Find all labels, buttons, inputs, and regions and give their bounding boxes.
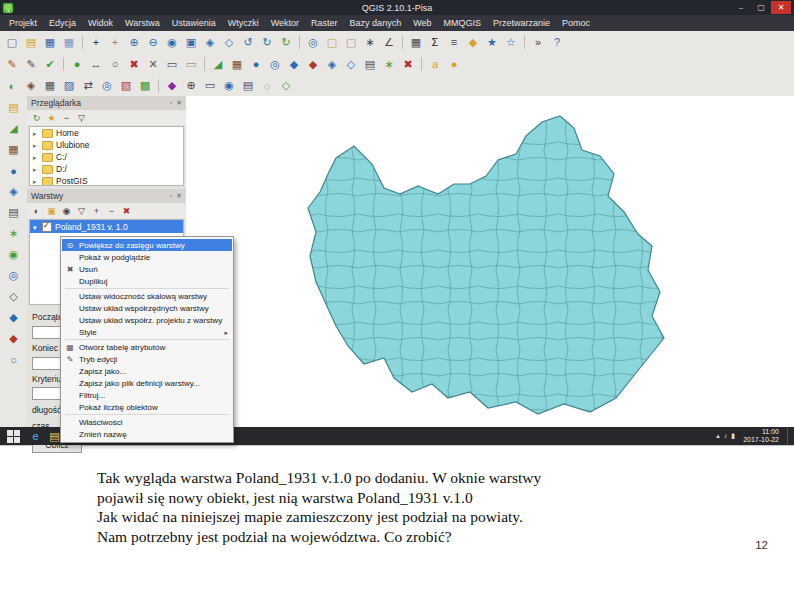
expand-arrow-icon[interactable] [33, 152, 39, 162]
add-favourite-icon[interactable]: ★ [45, 111, 58, 124]
add-mssql-layer-icon[interactable]: ◆ [285, 55, 303, 73]
road-graph-icon[interactable]: ⇄ [79, 77, 97, 95]
refresh-browser-icon[interactable]: ↻ [30, 111, 43, 124]
zonal-statistics-icon[interactable]: ▩ [136, 77, 154, 95]
new-shapefile-icon[interactable]: ∗ [380, 55, 398, 73]
map-canvas[interactable] [186, 96, 794, 427]
remove-layer-icon[interactable]: ✖ [399, 55, 417, 73]
zoom-actual-icon[interactable]: ◉ [163, 33, 181, 51]
move-feature-icon[interactable]: ↔ [87, 55, 105, 73]
pan-to-selection-icon[interactable]: + [106, 33, 124, 51]
add-postgis-layer-icon[interactable]: ● [247, 55, 265, 73]
node-tool-icon[interactable]: ○ [106, 55, 124, 73]
expand-arrow-icon[interactable] [33, 140, 39, 150]
expand-arrow-icon[interactable] [33, 222, 39, 232]
statistics-icon[interactable]: ≡ [445, 33, 463, 51]
new-layer-icon[interactable]: ∗ [4, 225, 24, 242]
dock-float-icon[interactable]: ▫ [170, 192, 172, 200]
virtual-layer-icon[interactable]: ◇ [4, 288, 24, 305]
context-menu-item-duplicate[interactable]: Duplikuj [62, 275, 232, 287]
add-wms-icon[interactable]: ◈ [4, 183, 24, 200]
refresh-map-icon[interactable]: ↻ [277, 33, 295, 51]
add-delimited-text-icon[interactable]: ▤ [361, 55, 379, 73]
gps-icon[interactable]: ◎ [4, 267, 24, 284]
browser-item[interactable]: D:/ [30, 163, 183, 175]
menu-item[interactable]: Ustawienia [166, 15, 222, 31]
context-menu-item-toggle-editing[interactable]: ✎ Tryb edycji [62, 353, 232, 365]
menu-item[interactable]: Bazy danych [344, 15, 408, 31]
raster-calculator-icon[interactable]: ▦ [41, 77, 59, 95]
taskbar-clock[interactable]: 11:00 2017-10-22 [739, 428, 783, 445]
add-database-icon[interactable]: ● [4, 162, 24, 179]
dxf-export-icon[interactable]: ▭ [201, 77, 219, 95]
filter-legend-icon[interactable]: ▽ [75, 204, 88, 217]
oracle-icon[interactable]: ◆ [4, 330, 24, 347]
remove-layer-group-icon[interactable]: ✖ [120, 204, 133, 217]
zoom-to-layer-icon[interactable]: ◇ [220, 33, 238, 51]
context-menu-item-set-project-crs[interactable]: Ustaw układ współrz. projektu z warstwy [62, 314, 232, 326]
browser-item[interactable]: Ulubione [30, 139, 183, 151]
bookmarks-icon[interactable]: ★ [483, 33, 501, 51]
network-icon[interactable]: ▮ [731, 432, 735, 440]
context-menu-item-zoom-to-layer[interactable]: ⊙ Powiększ do zasięgu warstwy [62, 239, 232, 251]
filter-browser-icon[interactable]: ▽ [75, 111, 88, 124]
georeferencer-icon[interactable]: ◈ [22, 77, 40, 95]
manage-visibility-icon[interactable]: ◉ [60, 204, 73, 217]
context-menu-item-save-as[interactable]: Zapisz jako... [62, 365, 232, 377]
map-tips-icon[interactable]: ◆ [464, 33, 482, 51]
add-group-icon[interactable]: ▣ [45, 204, 58, 217]
add-vector-icon[interactable]: ◢ [4, 120, 24, 137]
open-layer-styling-icon[interactable]: ◐ [30, 204, 43, 217]
add-feature-icon[interactable]: ● [68, 55, 86, 73]
save-project-as-icon[interactable]: ▦ [60, 33, 78, 51]
save-project-icon[interactable]: ▦ [41, 33, 59, 51]
menu-item[interactable]: Pomoc [556, 15, 596, 31]
menu-item[interactable]: Wtyczki [222, 15, 265, 31]
zoom-full-icon[interactable]: ▣ [182, 33, 200, 51]
context-menu-item-rename[interactable]: Zmień nazwę [62, 428, 232, 440]
expand-all-icon[interactable]: + [90, 204, 103, 217]
toggle-editing-icon[interactable]: ✎ [22, 55, 40, 73]
close-button[interactable]: ✕ [771, 1, 791, 14]
tray-expand-icon[interactable]: ▴ [716, 432, 720, 440]
current-edits-icon[interactable]: ✎ [3, 55, 21, 73]
diagram-icon[interactable]: ● [445, 55, 463, 73]
open-project-icon[interactable]: ▤ [22, 33, 40, 51]
plugin-manager-icon[interactable]: ◇ [277, 77, 295, 95]
measure-line-icon[interactable]: ∠ [380, 33, 398, 51]
map-themes-icon[interactable]: ◌ [258, 77, 276, 95]
start-button[interactable] [2, 428, 24, 444]
add-raster-layer-icon[interactable]: ▦ [228, 55, 246, 73]
volume-icon[interactable]: ♪ [724, 432, 728, 440]
collapse-layers-icon[interactable]: − [105, 204, 118, 217]
zoom-in-icon[interactable]: ⊕ [125, 33, 143, 51]
add-wfs-layer-icon[interactable]: ◇ [342, 55, 360, 73]
expand-arrow-icon[interactable] [33, 164, 39, 174]
add-text-layer-icon[interactable]: ▤ [4, 204, 24, 221]
menu-item[interactable]: Edycja [43, 15, 82, 31]
context-menu-item-show-feature-count[interactable]: Pokaż liczbę obiektów [62, 401, 232, 413]
coordinate-capture-icon[interactable]: ⊕ [182, 77, 200, 95]
browser-item[interactable]: PostGIS [30, 175, 183, 186]
context-menu-item-styles[interactable]: Style [62, 326, 232, 338]
layer-visibility-checkbox[interactable] [42, 222, 52, 232]
context-menu-item-set-layer-crs[interactable]: Ustaw układ współrzędnych warstwy [62, 302, 232, 314]
labeling-icon[interactable]: a [426, 55, 444, 73]
context-menu-item-remove[interactable]: ✖ Usuń [62, 263, 232, 275]
new-project-icon[interactable]: ▢ [3, 33, 21, 51]
menu-item[interactable]: Projekt [3, 15, 43, 31]
python-console-icon[interactable]: » [529, 33, 547, 51]
add-oracle-layer-icon[interactable]: ◆ [304, 55, 322, 73]
dock-close-icon[interactable]: ✕ [176, 99, 182, 107]
add-spatialite-layer-icon[interactable]: ◎ [266, 55, 284, 73]
web-service-icon[interactable]: ○ [4, 351, 24, 368]
context-menu-item-attribute-table[interactable]: ▦ Otwórz tabelę atrybutów [62, 341, 232, 353]
browser-panel-icon[interactable]: ▤ [4, 99, 24, 116]
layer-item-poland-1931[interactable]: Poland_1931 v. 1.0 [30, 220, 183, 233]
context-menu-item-properties[interactable]: Właściwości [62, 416, 232, 428]
field-calculator-icon[interactable]: Σ [426, 33, 444, 51]
help-icon[interactable]: ? [548, 33, 566, 51]
add-vector-layer-icon[interactable]: ◢ [209, 55, 227, 73]
zoom-next-icon[interactable]: ↻ [258, 33, 276, 51]
zoom-to-selection-icon[interactable]: ◈ [201, 33, 219, 51]
